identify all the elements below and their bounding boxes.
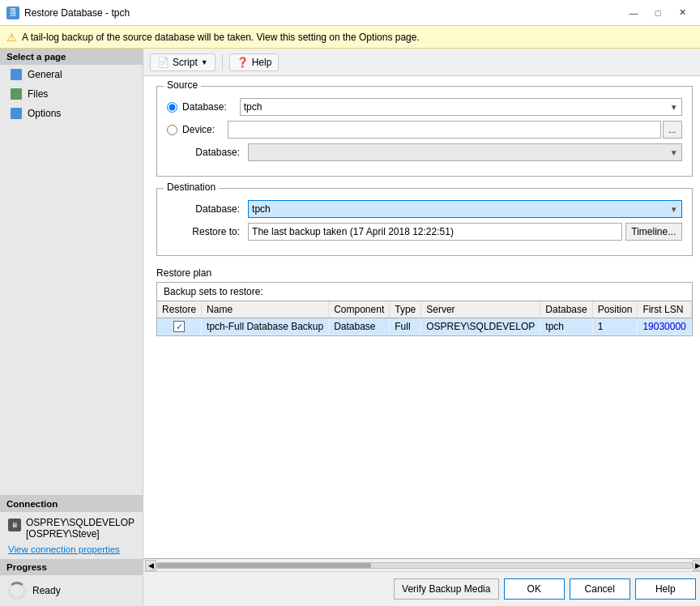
restore-checkbox-cell [162, 321, 196, 332]
scroll-right-arrow[interactable]: ▶ [693, 560, 700, 571]
bottom-bar: Verify Backup Media OK Cancel Help [143, 571, 700, 606]
title-bar-left: 🗄 Restore Database - tpch [6, 6, 130, 19]
select-page-header: Select a page [0, 49, 143, 65]
table-row[interactable]: tpch-Full Database Backup Database Full … [157, 318, 691, 335]
toolbar: 📄 Script ▼ ❓ Help [143, 49, 700, 76]
script-icon: 📄 [157, 57, 169, 68]
connection-user: [OSPREY\Steve] [26, 528, 134, 540]
progress-section: Progress Ready [0, 559, 143, 606]
minimize-button[interactable]: — [622, 5, 645, 21]
restore-checkbox[interactable] [173, 321, 185, 332]
scroll-left-arrow[interactable]: ◀ [145, 560, 156, 571]
dest-database-combo-arrow: ▼ [670, 205, 678, 214]
cell-first-lsn: 19030000 [638, 318, 691, 335]
dest-database-row: Database: tpch ▼ [167, 200, 682, 218]
device-radio-label: Device: [182, 124, 215, 135]
sidebar-files-label: Files [28, 88, 48, 100]
restore-plan-title: Restore plan [156, 267, 693, 279]
cell-name: tpch-Full Database Backup [202, 318, 329, 335]
connection-server: OSPREY\SQLDEVELOP [26, 517, 134, 528]
title-bar-controls: — □ ✕ [622, 5, 694, 21]
app-icon: 🗄 [6, 6, 19, 19]
destination-group-title: Destination [164, 181, 219, 193]
cell-restore [157, 318, 202, 335]
title-bar: 🗄 Restore Database - tpch — □ ✕ [0, 0, 700, 26]
timeline-button[interactable]: Timeline... [625, 223, 682, 241]
database-radio-row: Database: tpch ▼ [167, 98, 682, 116]
connection-info: 🖥 OSPREY\SQLDEVELOP [OSPREY\Steve] [0, 512, 143, 544]
device-radio-row: Device: ... [167, 121, 682, 139]
close-button[interactable]: ✕ [671, 5, 694, 21]
col-server: Server [421, 301, 540, 318]
sidebar-options-label: Options [28, 108, 61, 119]
cell-database: tpch [540, 318, 592, 335]
progress-header: Progress [0, 559, 143, 575]
destination-group: Destination Database: tpch ▼ Restore to:… [156, 188, 693, 256]
form-content: Source Database: tpch ▼ Device: [143, 76, 700, 558]
sidebar-item-options[interactable]: Options [0, 104, 143, 123]
restore-to-input[interactable] [248, 223, 622, 241]
cell-server: OSPREY\SQLDEVELOP [421, 318, 540, 335]
dest-database-combo[interactable]: tpch ▼ [248, 200, 682, 218]
scroll-thumb[interactable] [157, 563, 371, 568]
script-button[interactable]: 📄 Script ▼ [150, 53, 216, 71]
progress-spinner [8, 582, 26, 600]
dest-database-label: Database: [167, 203, 248, 215]
warning-icon: ⚠ [6, 31, 17, 44]
source-database2-row: Database: ▼ [167, 143, 682, 161]
col-restore: Restore [157, 301, 202, 318]
backup-sets-table: Restore Name Component Type Server Datab… [157, 301, 692, 335]
maximize-button[interactable]: □ [647, 5, 669, 21]
ok-button[interactable]: OK [504, 578, 565, 600]
source-database2-combo-arrow: ▼ [670, 148, 678, 157]
device-input[interactable] [228, 121, 661, 139]
title-bar-text: Restore Database - tpch [24, 7, 130, 19]
help-toolbar-button[interactable]: ❓ Help [229, 53, 280, 71]
sidebar-item-files[interactable]: Files [0, 84, 143, 104]
device-ellipsis-button[interactable]: ... [663, 121, 682, 139]
horizontal-scrollbar[interactable]: ◀ ▶ [143, 558, 700, 571]
database-combo-value: tpch [244, 101, 262, 113]
cell-position: 1 [592, 318, 638, 335]
device-radio[interactable] [167, 125, 177, 135]
cancel-button[interactable]: Cancel [570, 578, 630, 600]
toolbar-separator [222, 54, 223, 70]
backup-sets-label: Backup sets to restore: [157, 283, 692, 301]
warning-message: A tail-log backup of the source database… [22, 32, 420, 43]
source-group-title: Source [164, 79, 201, 91]
source-database2-combo[interactable]: ▼ [248, 143, 682, 161]
sidebar-general-label: General [28, 69, 62, 80]
options-icon [10, 107, 23, 120]
database-radio[interactable] [167, 102, 177, 113]
col-database: Database [540, 301, 592, 318]
sidebar-item-general[interactable]: General [0, 65, 143, 84]
database-combo-arrow: ▼ [670, 103, 678, 112]
help-label: Help [252, 57, 272, 68]
col-name: Name [202, 301, 329, 318]
col-position: Position [592, 301, 638, 318]
source-database2-label: Database: [167, 147, 248, 158]
col-first-lsn: First LSN [638, 301, 691, 318]
script-label: Script [173, 57, 198, 68]
cell-type: Full [390, 318, 421, 335]
verify-backup-button[interactable]: Verify Backup Media [394, 578, 499, 600]
view-connection-link[interactable]: View connection properties [0, 544, 143, 559]
dest-database-value: tpch [252, 203, 271, 215]
help-button[interactable]: Help [635, 578, 696, 600]
database-radio-label: Database: [182, 101, 227, 113]
content-area: 📄 Script ▼ ❓ Help Source Database: [143, 49, 700, 606]
scroll-track[interactable] [156, 562, 693, 569]
warning-bar: ⚠ A tail-log backup of the source databa… [0, 26, 700, 49]
help-icon: ❓ [237, 57, 249, 68]
source-group: Source Database: tpch ▼ Device: [156, 86, 693, 177]
database-combo[interactable]: tpch ▼ [240, 98, 682, 116]
table-container: Restore Name Component Type Server Datab… [157, 301, 692, 335]
progress-info: Ready [0, 575, 143, 606]
connection-details: OSPREY\SQLDEVELOP [OSPREY\Steve] [26, 517, 134, 540]
general-icon [10, 68, 23, 81]
col-component: Component [329, 301, 390, 318]
main-layout: Select a page General Files Options Conn… [0, 49, 700, 606]
script-dropdown-arrow: ▼ [201, 58, 208, 66]
restore-plan-box: Backup sets to restore: Restore Name Com… [156, 282, 693, 336]
sidebar-connection: Connection 🖥 OSPREY\SQLDEVELOP [OSPREY\S… [0, 495, 143, 559]
